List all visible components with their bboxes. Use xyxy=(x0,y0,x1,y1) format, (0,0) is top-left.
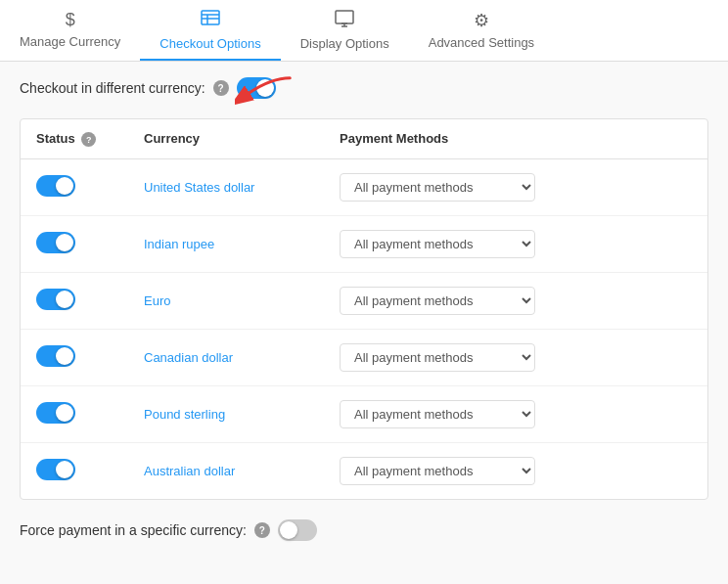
row-toggle-eur[interactable] xyxy=(36,289,144,313)
tab-manage-currency[interactable]: $ Manage Currency xyxy=(0,0,140,61)
force-payment-toggle[interactable] xyxy=(278,519,317,541)
row-toggle-inr[interactable] xyxy=(36,232,144,256)
tab-manage-currency-label: Manage Currency xyxy=(20,34,120,49)
tab-checkout-options[interactable]: Checkout Options xyxy=(140,0,280,61)
payment-aud[interactable]: All payment methods xyxy=(340,457,692,485)
table-row: Pound sterling All payment methods xyxy=(21,386,707,443)
checkout-toggle-help-icon[interactable]: ? xyxy=(213,80,229,96)
force-payment-label: Force payment in a specific currency: xyxy=(20,522,247,538)
payment-eur[interactable]: All payment methods xyxy=(340,287,692,315)
checkout-toggle-row: Checkout in different currency: ? xyxy=(20,77,708,99)
force-payment-toggle-thumb xyxy=(280,521,297,539)
table-row: Canadian dollar All payment methods xyxy=(21,330,707,386)
currency-usd[interactable]: United States dollar xyxy=(144,180,340,195)
table-row: United States dollar All payment methods xyxy=(21,159,707,216)
manage-currency-icon: $ xyxy=(66,10,75,30)
payment-usd[interactable]: All payment methods xyxy=(340,173,692,202)
force-payment-help-icon[interactable]: ? xyxy=(254,522,270,538)
svg-rect-0 xyxy=(202,11,219,24)
svg-rect-4 xyxy=(336,11,353,23)
row-toggle-gbp[interactable] xyxy=(36,402,144,427)
currency-aud[interactable]: Australian dollar xyxy=(144,464,340,478)
row-toggle-usd[interactable] xyxy=(36,175,144,200)
content-area: Checkout in different currency: ? Status… xyxy=(0,62,728,584)
tab-checkout-options-label: Checkout Options xyxy=(159,36,260,51)
advanced-settings-icon: ⚙ xyxy=(474,10,489,31)
payment-select-cad: All payment methods xyxy=(340,343,535,372)
table-row: Indian rupee All payment methods xyxy=(21,216,707,273)
payment-select-inr: All payment methods xyxy=(340,230,535,258)
tab-nav: $ Manage Currency Checkout Options Displ… xyxy=(0,0,728,62)
checkout-options-icon xyxy=(201,10,220,32)
status-help-icon[interactable]: ? xyxy=(81,132,96,147)
currency-table: Status ? Currency Payment Methods United… xyxy=(20,118,708,500)
payment-select-gbp: All payment methods xyxy=(340,400,535,428)
payment-select-eur: All payment methods xyxy=(340,287,535,315)
header-payment-methods: Payment Methods xyxy=(340,131,692,147)
payment-inr[interactable]: All payment methods xyxy=(340,230,692,258)
arrow-indicator xyxy=(235,69,294,112)
payment-select-aud: All payment methods xyxy=(340,457,535,485)
row-toggle-cad[interactable] xyxy=(36,345,144,370)
payment-gbp[interactable]: All payment methods xyxy=(340,400,692,428)
currency-gbp[interactable]: Pound sterling xyxy=(144,407,340,422)
display-options-icon xyxy=(335,10,354,32)
table-header: Status ? Currency Payment Methods xyxy=(21,119,707,159)
tab-advanced-settings-label: Advanced Settings xyxy=(429,35,534,50)
currency-eur[interactable]: Euro xyxy=(144,293,340,308)
payment-cad[interactable]: All payment methods xyxy=(340,343,692,372)
currency-cad[interactable]: Canadian dollar xyxy=(144,350,340,365)
checkout-toggle-label: Checkout in different currency: xyxy=(20,80,205,96)
tab-advanced-settings[interactable]: ⚙ Advanced Settings xyxy=(409,0,554,61)
tab-display-options[interactable]: Display Options xyxy=(281,0,409,61)
header-currency: Currency xyxy=(144,131,340,147)
table-row: Euro All payment methods xyxy=(21,273,707,330)
row-toggle-aud[interactable] xyxy=(36,459,144,483)
header-status: Status ? xyxy=(36,131,144,147)
force-payment-row: Force payment in a specific currency: ? xyxy=(20,519,708,541)
tab-display-options-label: Display Options xyxy=(300,36,389,51)
table-row: Australian dollar All payment methods xyxy=(21,443,707,499)
currency-inr[interactable]: Indian rupee xyxy=(144,237,340,251)
payment-select-usd: All payment methods xyxy=(340,173,535,202)
